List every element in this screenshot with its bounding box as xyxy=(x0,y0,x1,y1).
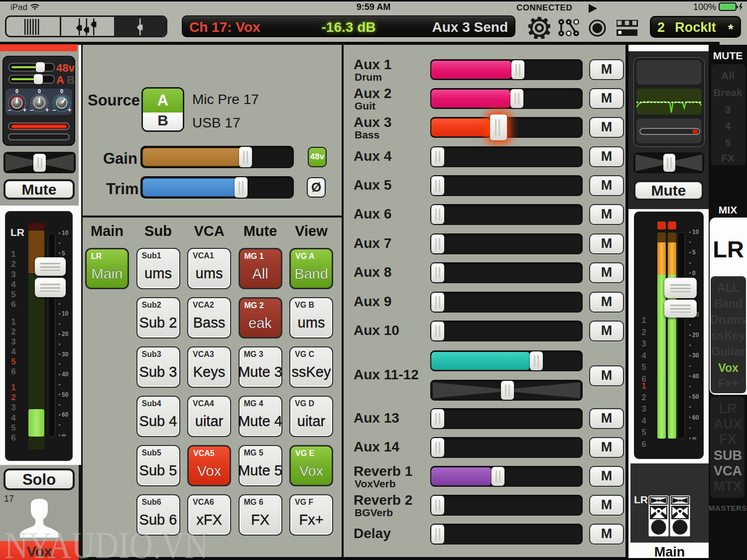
svg-text:+: + xyxy=(68,106,72,113)
svg-text:–: – xyxy=(30,106,33,113)
svg-text:+: + xyxy=(45,106,49,113)
svg-text:0: 0 xyxy=(60,89,63,94)
svg-text:–: – xyxy=(7,106,11,113)
svg-text:0: 0 xyxy=(38,89,41,94)
svg-text:–: – xyxy=(52,106,56,113)
svg-text:0: 0 xyxy=(15,89,18,94)
svg-text:+: + xyxy=(23,106,27,113)
